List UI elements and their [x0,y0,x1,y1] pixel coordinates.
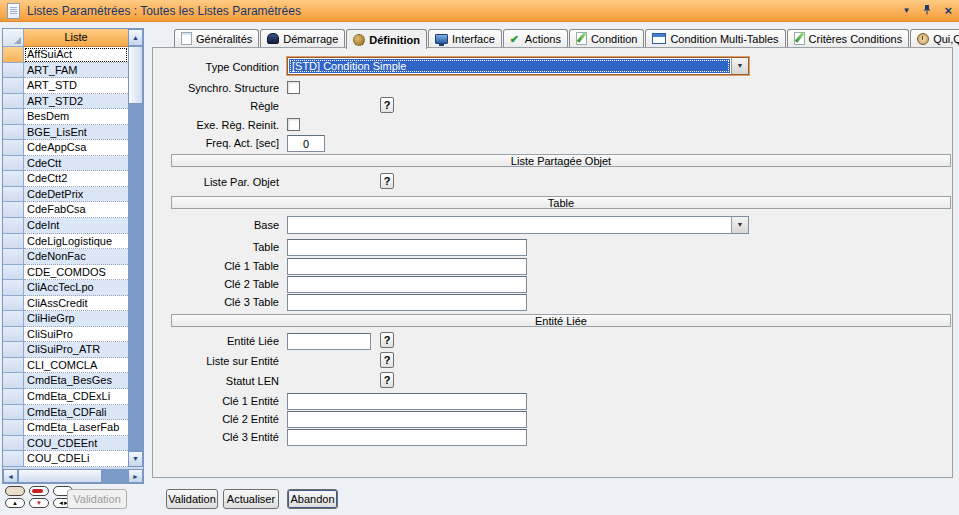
row-selector[interactable] [3,265,24,281]
base-select[interactable] [287,216,749,234]
close-icon[interactable]: × [944,4,952,18]
row-selector[interactable] [3,78,24,94]
row-selector[interactable] [3,234,24,250]
row-selector[interactable] [3,125,24,141]
tab-qui-quand[interactable]: Qui,Quand? [910,29,959,47]
type-condition-select[interactable]: [STD] Condition Simple [287,57,749,75]
liste-sur-entite-help-button[interactable]: ? [380,352,394,368]
row-selector[interactable] [3,436,24,452]
abandon-button[interactable]: Abandon [287,489,338,509]
row-selector[interactable] [3,389,24,405]
list-item[interactable]: CLI_COMCLA [3,358,128,374]
liste-par-objet-help-button[interactable]: ? [380,173,394,189]
record-nav-up-button[interactable] [5,498,25,508]
row-selector[interactable] [3,373,24,389]
list-item[interactable]: CmdEta_CDFali [3,405,128,421]
statut-len-help-button[interactable]: ? [380,372,394,388]
row-selector[interactable] [3,342,24,358]
list-item[interactable]: CliSuiPro [3,327,128,343]
row-selector[interactable] [3,451,24,467]
list-item[interactable]: CliAssCredit [3,296,128,312]
list-item[interactable]: CmdEta_LaserFab [3,420,128,436]
cle-2-table-input[interactable] [287,276,527,293]
scroll-left-icon[interactable] [3,469,18,483]
tab-condition[interactable]: Condition [569,29,644,47]
horizontal-scrollbar-thumb[interactable] [18,469,102,483]
actualiser-button[interactable]: Actualiser [223,489,279,509]
vertical-scrollbar[interactable] [128,29,143,467]
vertical-scrollbar-thumb[interactable] [128,46,143,104]
pin-icon[interactable] [922,4,932,18]
row-selector[interactable] [3,140,24,156]
list-item[interactable]: BesDem [3,109,128,125]
list-item[interactable]: ART_STD [3,78,128,94]
row-selector[interactable] [3,171,24,187]
scroll-up-icon[interactable] [128,29,143,46]
row-selector[interactable] [3,63,24,79]
row-selector[interactable] [3,358,24,374]
cle-3-table-input[interactable] [287,294,527,311]
dropdown-arrow-icon[interactable] [731,58,748,74]
cle-1-entite-input[interactable] [287,393,527,410]
list-item[interactable]: CmdEta_BesGes [3,373,128,389]
exe-reg-reinit-checkbox[interactable] [287,118,300,131]
list-item[interactable]: CdeDetPrix [3,187,128,203]
list-item[interactable]: ART_STD2 [3,94,128,110]
tab-interface[interactable]: Interface [428,29,502,47]
list-item[interactable]: CdeAppCsa [3,140,128,156]
list-item[interactable]: AffSuiAct [3,47,128,63]
row-selector[interactable] [3,249,24,265]
row-selector[interactable] [3,109,24,125]
tab-demarrage[interactable]: Démarrage [260,29,345,47]
list-item[interactable]: ART_FAM [3,63,128,79]
list-item[interactable]: CdeCtt [3,156,128,172]
tab-criteres-conditions[interactable]: Critères Conditions [787,29,910,47]
tab-definition[interactable]: Définition [346,29,427,49]
horizontal-scrollbar[interactable] [3,469,143,483]
regle-help-button[interactable]: ? [380,97,394,113]
chevron-down-icon[interactable]: ▼ [902,4,910,18]
tab-condition-multi-tables[interactable]: Condition Multi-Tables [645,29,785,47]
row-selector[interactable] [3,327,24,343]
row-selector[interactable] [3,311,24,327]
cle-3-entite-input[interactable] [287,429,527,446]
cle-2-entite-input[interactable] [287,411,527,428]
list-item[interactable]: CliSuiPro_ATR [3,342,128,358]
list-item[interactable]: CdeCtt2 [3,171,128,187]
list-item[interactable]: CmdEta_CDExLi [3,389,128,405]
tab-actions[interactable]: Actions [503,29,568,47]
list-item[interactable]: COU_CDELi [3,451,128,467]
row-selector[interactable] [3,405,24,421]
cle-1-table-input[interactable] [287,258,527,275]
scroll-right-icon[interactable] [128,469,143,483]
row-selector[interactable] [3,296,24,312]
row-selector[interactable] [3,156,24,172]
freq-act-input[interactable] [287,135,325,152]
list-column-header[interactable]: Liste [24,29,128,47]
tab-generalites[interactable]: Généralités [174,29,259,47]
validation-button[interactable]: Validation [166,489,218,509]
record-nav-down-button[interactable] [29,498,49,508]
record-nav-new-button[interactable] [5,486,25,496]
dropdown-arrow-icon[interactable] [731,217,748,233]
row-selector[interactable] [3,47,24,63]
row-selector[interactable] [3,280,24,296]
row-selector[interactable] [3,420,24,436]
list-item[interactable]: CdeLigLogistique [3,234,128,250]
list-item[interactable]: COU_CDEEnt [3,436,128,452]
record-nav-delete-button[interactable] [29,486,49,496]
scroll-down-icon[interactable] [128,451,143,467]
list-item[interactable]: BGE_LisEnt [3,125,128,141]
row-selector[interactable] [3,202,24,218]
synchro-structure-checkbox[interactable] [287,81,300,94]
row-selector[interactable] [3,94,24,110]
entite-liee-help-button[interactable]: ? [380,332,394,348]
list-item[interactable]: CdeInt [3,218,128,234]
list-item[interactable]: CDE_COMDOS [3,265,128,281]
table-input[interactable] [287,239,527,256]
list-item[interactable]: CliAccTecLpo [3,280,128,296]
row-selector[interactable] [3,218,24,234]
list-item[interactable]: CdeFabCsa [3,202,128,218]
entite-liee-input[interactable] [287,333,371,350]
row-selector[interactable] [3,187,24,203]
